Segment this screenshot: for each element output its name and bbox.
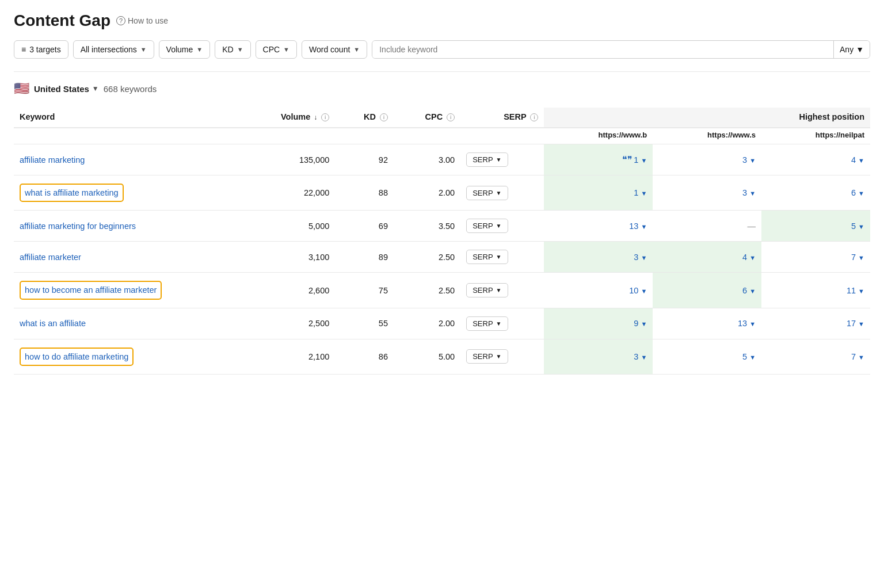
chevron-down-icon[interactable]: ▼	[858, 223, 864, 230]
chevron-down-icon: ▼	[196, 46, 203, 53]
table-row: affiliate marketer3,100892.50SERP ▼3 ▼4 …	[14, 242, 870, 273]
chevron-down-icon[interactable]: ▼	[749, 354, 756, 361]
keyword-cell[interactable]: what is an affiliate	[14, 308, 248, 339]
kd-cell: 86	[335, 339, 394, 374]
table-row: what is an affiliate2,500552.00SERP ▼9 ▼…	[14, 308, 870, 339]
kd-cell: 55	[335, 308, 394, 339]
word-count-button[interactable]: Word count ▼	[302, 40, 367, 59]
cpc-button[interactable]: CPC ▼	[256, 40, 297, 59]
cpc-cell: 2.00	[394, 308, 460, 339]
table-row: affiliate marketing for beginners5,00069…	[14, 211, 870, 242]
include-keyword-container: Any ▼	[372, 40, 870, 59]
targets-label: 3 targets	[29, 45, 60, 54]
position-value: 4	[742, 253, 747, 262]
include-keyword-input[interactable]	[372, 41, 833, 58]
position-value: 1	[634, 188, 638, 197]
how-to-use-label: How to use	[128, 16, 168, 25]
volume-cell: 2,600	[248, 273, 336, 308]
chevron-down-icon[interactable]: ▼	[858, 157, 864, 164]
chevron-down-icon[interactable]: ▼	[641, 157, 647, 164]
page-header: Content Gap ? How to use	[14, 12, 870, 30]
chevron-down-icon[interactable]: ▼	[641, 320, 647, 327]
position-cell-3: 7 ▼	[761, 339, 870, 374]
keyword-cell-highlighted[interactable]: what is affiliate marketing	[20, 184, 124, 202]
position-value: 10	[629, 286, 638, 295]
position-value: 3	[634, 352, 638, 361]
chevron-down-icon: ▼	[237, 46, 243, 53]
table-row: affiliate marketing135,000923.00SERP ▼❝❞…	[14, 144, 870, 175]
chevron-down-icon[interactable]: ▼	[858, 254, 864, 261]
table-row: how to do affiliate marketing2,100865.00…	[14, 339, 870, 374]
chevron-down-icon[interactable]: ▼	[858, 288, 864, 295]
position-cell-3: 5 ▼	[761, 211, 870, 242]
col-header-serp[interactable]: SERP i	[460, 108, 544, 128]
kd-cell: 88	[335, 175, 394, 211]
position-cell-2: —	[653, 211, 761, 242]
keyword-cell-highlighted[interactable]: how to become an affiliate marketer	[20, 281, 162, 299]
chevron-down-icon[interactable]: ▼	[749, 320, 756, 327]
col-header-highest-position: Highest position	[544, 108, 870, 128]
chevron-down-icon[interactable]: ▼	[749, 288, 756, 295]
chevron-down-icon[interactable]: ▼	[749, 254, 756, 261]
keyword-cell[interactable]: affiliate marketing for beginners	[14, 211, 248, 242]
position-cell-3: 17 ▼	[761, 308, 870, 339]
serp-button[interactable]: SERP ▼	[466, 152, 508, 167]
dash-icon: —	[748, 222, 756, 231]
serp-cell: SERP ▼	[460, 308, 544, 339]
chevron-down-icon[interactable]: ▼	[749, 190, 756, 197]
serp-cell: SERP ▼	[460, 211, 544, 242]
serp-button[interactable]: SERP ▼	[466, 316, 508, 331]
table-subheader-row: https://www.b https://www.s https://neil…	[14, 128, 870, 144]
kd-label: KD	[222, 45, 233, 54]
serp-button[interactable]: SERP ▼	[466, 349, 508, 364]
keyword-count: 668 keywords	[104, 84, 157, 94]
toolbar: ≡ 3 targets All intersections ▼ Volume ▼…	[14, 40, 870, 59]
position-value: 6	[742, 286, 747, 295]
volume-cell: 2,100	[248, 339, 336, 374]
intersections-button[interactable]: All intersections ▼	[73, 40, 154, 59]
kd-cell: 75	[335, 273, 394, 308]
intersections-label: All intersections	[81, 45, 137, 54]
table-body: affiliate marketing135,000923.00SERP ▼❝❞…	[14, 144, 870, 375]
serp-button[interactable]: SERP ▼	[466, 283, 508, 297]
region-name: United States	[34, 84, 89, 94]
serp-cell: SERP ▼	[460, 339, 544, 374]
kd-button[interactable]: KD ▼	[215, 40, 250, 59]
sort-down-icon: ↓	[314, 113, 317, 121]
region-button[interactable]: United States ▼	[34, 84, 99, 94]
any-button[interactable]: Any ▼	[833, 41, 870, 58]
serp-button[interactable]: SERP ▼	[466, 186, 508, 200]
chevron-down-icon[interactable]: ▼	[641, 354, 647, 361]
position-value: 4	[851, 155, 856, 165]
volume-cell: 135,000	[248, 144, 336, 175]
serp-button[interactable]: SERP ▼	[466, 219, 508, 233]
position-cell-3: 4 ▼	[761, 144, 870, 175]
serp-button[interactable]: SERP ▼	[466, 250, 508, 264]
keyword-cell[interactable]: affiliate marketing	[14, 144, 248, 175]
chevron-down-icon[interactable]: ▼	[641, 288, 647, 295]
chevron-down-icon[interactable]: ▼	[641, 190, 647, 197]
targets-button[interactable]: ≡ 3 targets	[14, 40, 68, 59]
col-subheader-url3: https://neilpat	[761, 128, 870, 144]
chevron-down-icon[interactable]: ▼	[641, 254, 647, 261]
keyword-cell[interactable]: affiliate marketer	[14, 242, 248, 273]
keyword-cell-highlighted[interactable]: how to do affiliate marketing	[20, 348, 134, 366]
chevron-down-icon[interactable]: ▼	[749, 157, 756, 164]
how-to-use-link[interactable]: ? How to use	[116, 16, 168, 25]
chevron-down-icon[interactable]: ▼	[858, 320, 864, 327]
chevron-down-icon: ▼	[856, 45, 864, 54]
chevron-down-icon[interactable]: ▼	[641, 223, 647, 230]
chevron-down-icon: ▼	[92, 85, 99, 93]
info-icon: i	[447, 113, 455, 121]
col-header-cpc[interactable]: CPC i	[394, 108, 460, 128]
position-cell-2: 13 ▼	[653, 308, 761, 339]
col-header-kd[interactable]: KD i	[335, 108, 394, 128]
cpc-cell: 2.50	[394, 273, 460, 308]
chevron-down-icon[interactable]: ▼	[858, 354, 864, 361]
col-header-volume[interactable]: Volume ↓ i	[248, 108, 336, 128]
position-cell-3: 7 ▼	[761, 242, 870, 273]
cpc-cell: 3.00	[394, 144, 460, 175]
chevron-down-icon[interactable]: ▼	[858, 190, 864, 197]
position-value: 5	[742, 352, 747, 361]
volume-button[interactable]: Volume ▼	[159, 40, 211, 59]
